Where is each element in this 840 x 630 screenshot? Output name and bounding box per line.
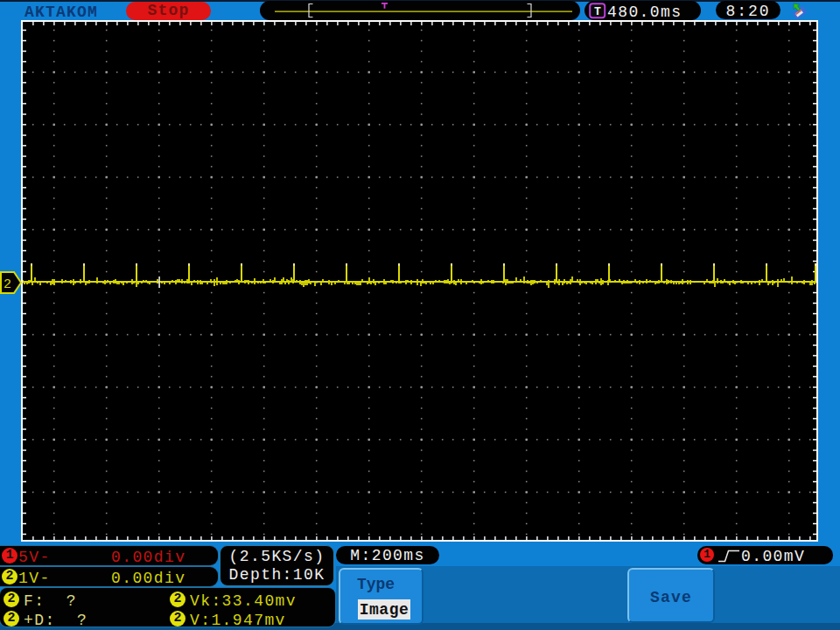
- svg-text:2: 2: [4, 277, 11, 292]
- svg-text:T: T: [594, 5, 601, 18]
